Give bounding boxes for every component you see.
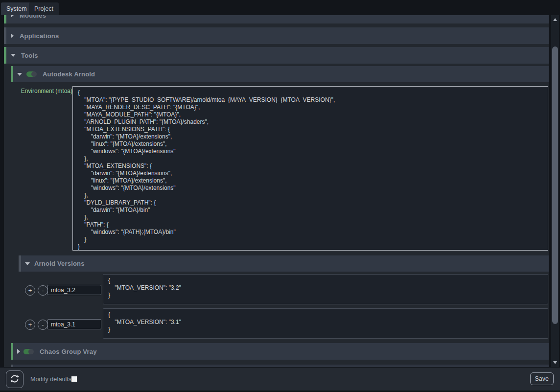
refresh-button[interactable]: [6, 370, 23, 388]
remove-version-button[interactable]: -: [38, 320, 48, 330]
environment-json-editor[interactable]: { "MTOA": "{PYPE_STUDIO_SOFTWARE}/arnold…: [72, 86, 548, 251]
section-header-modules[interactable]: Modules: [4, 15, 549, 23]
enabled-toggle[interactable]: [23, 349, 33, 354]
tab-bar: System Project: [0, 0, 560, 15]
tab-project[interactable]: Project: [29, 2, 59, 15]
section-header-chaos-group-vray[interactable]: Chaos Group Vray: [11, 343, 549, 360]
chevron-right-icon: [11, 33, 14, 38]
modify-defaults-label: Modify defaults: [30, 368, 71, 391]
chevron-down-icon: [25, 262, 30, 265]
add-version-button[interactable]: +: [25, 320, 35, 330]
chevron-right-icon: [11, 15, 14, 18]
section-title: Arnold Versions: [34, 260, 85, 267]
remove-version-button[interactable]: -: [38, 285, 48, 296]
add-version-button[interactable]: +: [25, 285, 35, 296]
refresh-icon: [10, 374, 20, 385]
chevron-down-icon: [17, 73, 22, 76]
tab-system[interactable]: System: [1, 2, 32, 15]
save-button[interactable]: Save: [530, 372, 554, 385]
environment-mtoa-label: Environment (mtoa): [9, 88, 72, 94]
version-json-editor[interactable]: { "MTOA_VERSION": "3.1" }: [103, 308, 548, 339]
footer-bar: Modify defaults Save: [0, 367, 560, 391]
settings-scroll-area: Modules Applications Tools Autodesk Arno…: [4, 15, 549, 367]
section-modules-clipped: Modules: [4, 15, 549, 23]
scroll-down-icon[interactable]: [553, 361, 557, 364]
section-header-applications[interactable]: Applications: [4, 27, 549, 44]
settings-window: System Project Modules Applications Tool…: [0, 0, 560, 392]
chevron-right-icon: [17, 349, 20, 354]
section-header-autodesk-arnold[interactable]: Autodesk Arnold: [11, 66, 549, 82]
scrollbar-thumb[interactable]: [552, 46, 558, 324]
vertical-scrollbar[interactable]: [551, 15, 559, 367]
version-name-input[interactable]: [47, 285, 101, 295]
section-title: Modules: [20, 15, 46, 19]
chevron-down-icon: [11, 54, 16, 57]
scroll-up-icon[interactable]: [553, 18, 557, 21]
enabled-toggle[interactable]: [26, 71, 36, 77]
section-header-arnold-versions[interactable]: Arnold Versions: [19, 255, 549, 272]
section-title: Autodesk Arnold: [43, 70, 95, 78]
section-title: Applications: [20, 32, 59, 40]
section-title: Chaos Group Vray: [40, 348, 97, 355]
section-title: Tools: [21, 52, 38, 59]
version-name-input[interactable]: [47, 319, 101, 329]
version-json-editor[interactable]: { "MTOA_VERSION": "3.2" }: [103, 274, 548, 304]
section-header-tools[interactable]: Tools: [4, 47, 549, 64]
modify-defaults-checkbox[interactable]: [71, 376, 77, 382]
